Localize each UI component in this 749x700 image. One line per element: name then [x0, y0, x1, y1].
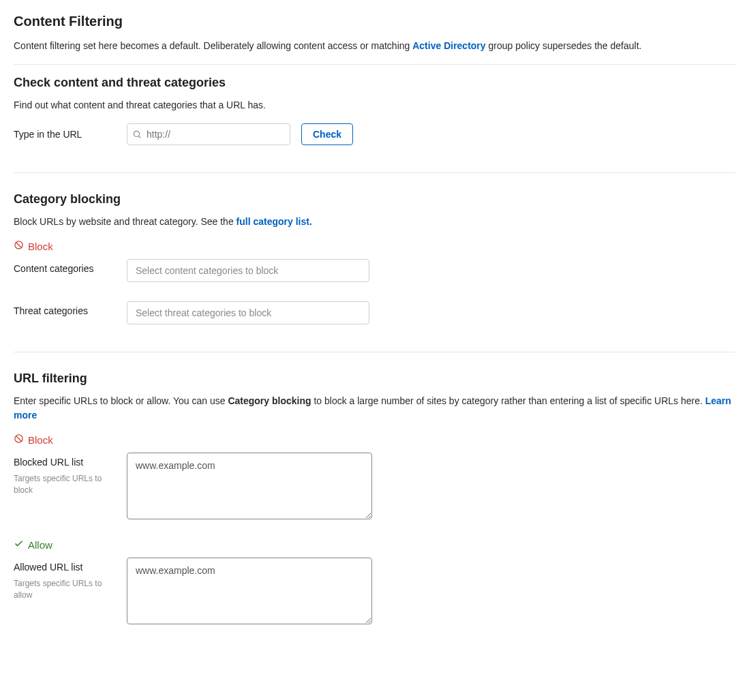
svg-line-5: [16, 436, 21, 441]
url-filtering-desc-pre: Enter specific URLs to block or allow. Y…: [14, 395, 228, 406]
block-badge: Block: [14, 240, 735, 252]
block-icon: [14, 240, 24, 252]
category-blocking-desc-pre: Block URLs by website and threat categor…: [14, 216, 234, 227]
content-categories-select[interactable]: Select content categories to block: [127, 259, 369, 282]
allowed-url-label: Allowed URL list: [14, 562, 116, 573]
threat-categories-select[interactable]: Select threat categories to block: [127, 301, 369, 324]
blocked-url-textarea[interactable]: [127, 453, 372, 519]
page-description: Content filtering set here becomes a def…: [14, 39, 735, 53]
category-blocking-title: Category blocking: [14, 192, 735, 207]
page-description-post: group policy supersedes the default.: [489, 40, 642, 51]
url-input[interactable]: [127, 123, 290, 145]
allowed-url-hint: Targets specific URLs to allow: [14, 578, 116, 601]
url-allow-badge: Allow: [14, 538, 735, 551]
check-icon: [14, 538, 24, 551]
svg-line-3: [16, 242, 21, 247]
blocked-url-label: Blocked URL list: [14, 457, 116, 468]
url-filtering-desc-bold: Category blocking: [228, 395, 311, 406]
block-icon: [14, 433, 24, 446]
url-allow-badge-label: Allow: [28, 539, 52, 551]
url-filtering-description: Enter specific URLs to block or allow. Y…: [14, 394, 735, 423]
full-category-list-link[interactable]: full category list.: [236, 216, 312, 227]
content-categories-label: Content categories: [14, 259, 116, 274]
blocked-url-hint: Targets specific URLs to block: [14, 473, 116, 496]
page-description-pre: Content filtering set here becomes a def…: [14, 40, 412, 51]
url-input-label: Type in the URL: [14, 129, 116, 140]
check-description: Find out what content and threat categor…: [14, 98, 735, 112]
url-filtering-title: URL filtering: [14, 371, 735, 386]
allowed-url-textarea[interactable]: [127, 558, 372, 624]
threat-categories-label: Threat categories: [14, 301, 116, 316]
category-blocking-description: Block URLs by website and threat categor…: [14, 215, 735, 229]
url-block-badge-label: Block: [28, 434, 53, 446]
page-title: Content Filtering: [14, 14, 735, 29]
block-badge-label: Block: [28, 241, 53, 252]
active-directory-link[interactable]: Active Directory: [412, 40, 485, 51]
check-button[interactable]: Check: [301, 123, 353, 145]
url-filtering-desc-post: to block a large number of sites by cate…: [314, 395, 705, 406]
url-block-badge: Block: [14, 433, 735, 446]
check-section-title: Check content and threat categories: [14, 76, 735, 90]
